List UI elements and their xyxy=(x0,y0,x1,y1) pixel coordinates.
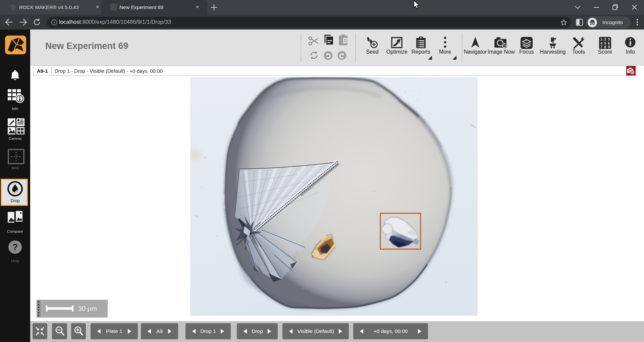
svg-text:3: 3 xyxy=(608,37,610,41)
svg-text:7: 7 xyxy=(600,45,602,49)
svg-text:9: 9 xyxy=(608,45,610,49)
svg-text:8: 8 xyxy=(604,45,606,49)
svg-text:?: ? xyxy=(12,242,18,252)
svg-text:2: 2 xyxy=(604,37,606,41)
svg-text:1: 1 xyxy=(600,37,602,41)
